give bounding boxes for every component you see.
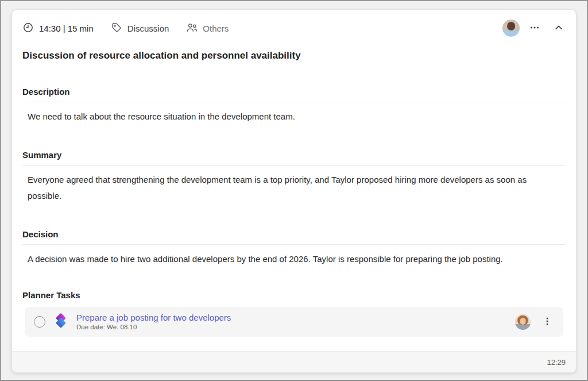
presenter-avatar[interactable] [502,20,520,37]
task-menu-button[interactable] [538,313,556,331]
task-assignee-avatar[interactable] [515,314,531,330]
planner-task-row: Prepare a job posting for two developers… [25,307,563,337]
ellipsis-vertical-icon [542,316,552,328]
attendees-label: Others [203,24,229,33]
section-heading: Description [22,87,566,102]
section-body: A decision was made to hire two addition… [22,245,556,267]
task-title-link[interactable]: Prepare a job posting for two developers [76,313,231,323]
section-summary: Summary Everyone agreed that strengtheni… [22,150,566,204]
card-header: 14:30 | 15 min Discussion [12,10,576,37]
clock-icon [22,22,34,35]
agenda-item-title: Discussion of resource allocation and pe… [12,37,576,61]
section-body: Everyone agreed that strengthening the d… [22,166,556,204]
section-body: We need to talk about the resource situa… [22,102,556,125]
tag-icon [111,22,122,35]
task-due-date: Due date: We. 08.10 [76,324,231,331]
section-heading: Decision [22,229,566,245]
ellipsis-horizontal-icon [529,22,540,35]
collapse-button[interactable] [550,19,568,37]
people-icon [186,22,198,35]
header-actions [502,19,568,37]
task-complete-checkbox[interactable] [34,316,45,328]
tag-info: Discussion [111,22,169,35]
section-description: Description We need to talk about the re… [22,87,566,125]
tag-label: Discussion [127,24,169,33]
footer-timestamp: 12:29 [547,358,566,367]
section-heading: Summary [22,150,566,166]
time-duration-label: 14:30 | 15 min [39,24,94,33]
section-decision: Decision A decision was made to hire two… [22,229,566,267]
screen-background: 14:30 | 15 min Discussion [0,0,588,381]
time-info: 14:30 | 15 min [22,22,94,35]
card-footer: 12:29 [12,351,576,372]
planner-logo-icon [53,313,69,331]
more-options-button[interactable] [525,19,544,37]
planner-tasks-heading: Planner Tasks [22,290,566,300]
task-actions [515,313,556,331]
section-planner-tasks: Planner Tasks [22,290,566,337]
task-text-block: Prepare a job posting for two developers… [76,313,231,331]
chevron-up-icon [553,22,564,35]
agenda-item-card: 14:30 | 15 min Discussion [11,9,577,373]
attendees-info: Others [186,22,229,35]
